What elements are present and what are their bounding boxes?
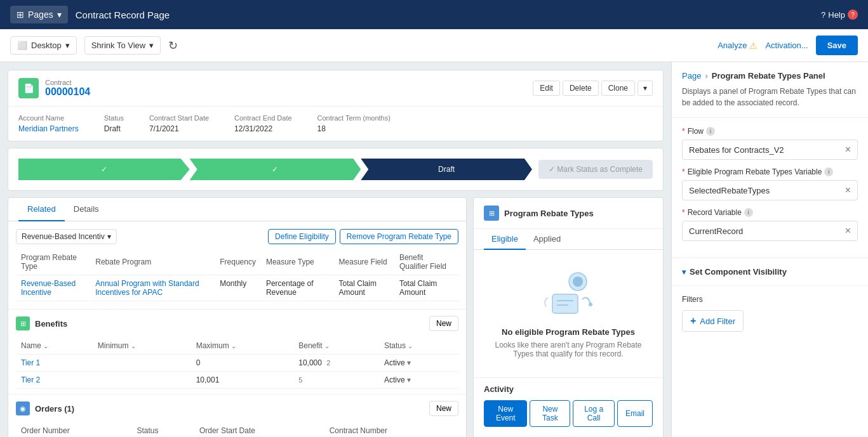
orders-icon: ◉ (16, 401, 30, 415)
email-button[interactable]: Email (617, 400, 653, 427)
col-benefit-qualifier: Benefit Qualifier Field (394, 249, 458, 275)
flow-label: * Flow i (682, 127, 858, 136)
set-visibility-toggle[interactable]: ▾ Set Component Visibility (672, 258, 868, 286)
row-program[interactable]: Annual Program with Standard Incentives … (90, 275, 215, 301)
record-var-input[interactable]: CurrentRecord × (682, 221, 858, 241)
eligible-var-label-text: Eligible Program Rebate Types Variable (688, 167, 822, 176)
tier2-min (93, 372, 191, 389)
progress-step-1[interactable]: ✓ (18, 159, 190, 180)
orders-col-number: Order Number (16, 422, 131, 437)
view-dropdown[interactable]: Shrink To View ▾ (84, 36, 161, 55)
analyze-button[interactable]: Analyze ⚠ (718, 41, 758, 51)
svg-point-1 (573, 277, 583, 287)
tab-related[interactable]: Related (18, 198, 65, 221)
benefits-row-2: Tier 2 10,001 5 Active ▾ (16, 372, 458, 389)
pages-button[interactable]: ⊞ Pages ▾ (10, 6, 68, 23)
term-label: Contract Term (months) (317, 114, 391, 122)
flow-clear-button[interactable]: × (845, 144, 851, 155)
start-date-value: 7/1/2021 (149, 124, 209, 133)
progress-step-3[interactable]: Draft (361, 159, 532, 180)
name-filter-icon[interactable]: ⌄ (43, 342, 48, 349)
activation-button[interactable]: Activation... (765, 41, 808, 50)
help-button[interactable]: ? Help ? (821, 10, 858, 20)
row-type[interactable]: Revenue-Based Incentive (16, 275, 90, 301)
prt-panel-header: ⊞ Program Rebate Types (474, 198, 663, 229)
rebate-type-dropdown[interactable]: Revenue-Based Incentiv ▾ (16, 229, 117, 244)
svg-point-5 (589, 303, 592, 306)
remove-rebate-button[interactable]: Remove Program Rebate Type (340, 229, 458, 244)
account-label: Account Name (18, 114, 79, 122)
flow-input[interactable]: Rebates for Contracts_V2 × (682, 140, 858, 160)
breadcrumb-page-link[interactable]: Page (682, 71, 701, 81)
max-filter-icon[interactable]: ⌄ (231, 342, 236, 349)
rebate-dropdown-label: Revenue-Based Incentiv (22, 232, 105, 241)
tier1-chevron-icon[interactable]: ▾ (407, 358, 411, 367)
tier2-benefit: 5 (293, 372, 379, 389)
add-filter-button[interactable]: + Add Filter (682, 310, 744, 332)
tab-details[interactable]: Details (65, 198, 108, 221)
more-button[interactable]: ▾ (638, 81, 653, 96)
progress-step-2[interactable]: ✓ (190, 159, 361, 180)
tier2-max: 10,001 (191, 372, 294, 389)
row-frequency: Monthly (215, 275, 261, 301)
step3-label: Draft (438, 165, 455, 174)
eligible-var-clear-button[interactable]: × (845, 185, 851, 196)
pages-label: Pages (28, 10, 53, 20)
status-field: Status Draft (104, 114, 124, 133)
contract-number[interactable]: 00000104 (45, 86, 90, 98)
benefits-icon: ⊞ (16, 316, 30, 330)
svg-rect-2 (552, 294, 578, 313)
log-call-button[interactable]: Log a Call (573, 400, 615, 427)
record-info-icon[interactable]: i (744, 208, 753, 217)
benefits-col-benefit: Benefit ⌄ (293, 337, 379, 355)
tier2-name[interactable]: Tier 2 (16, 372, 93, 389)
prt-tab-applied[interactable]: Applied (526, 229, 568, 250)
edit-button[interactable]: Edit (533, 81, 560, 96)
flow-info-icon[interactable]: i (706, 127, 715, 136)
benefit-filter-icon[interactable]: ⌄ (324, 342, 330, 349)
save-button[interactable]: Save (816, 36, 858, 55)
panel-tabs: Related Details (8, 198, 466, 221)
prt-tab-eligible[interactable]: Eligible (484, 229, 526, 250)
new-task-button[interactable]: New Task (530, 400, 570, 427)
eligible-var-input[interactable]: SelectedRebateTypes × (682, 180, 858, 200)
prt-title: Program Rebate Types (504, 209, 594, 218)
sidebar-header: Page › Program Rebate Types Panel Displa… (672, 62, 868, 118)
tier1-benefit-max: 10,000 2 (293, 355, 379, 372)
status-filter-icon[interactable]: ⌄ (408, 342, 413, 349)
account-value[interactable]: Meridian Partners (18, 124, 79, 133)
tier2-chevron-icon[interactable]: ▾ (407, 375, 411, 384)
eligible-info-icon[interactable]: i (824, 167, 833, 176)
filters-section: Filters + Add Filter (672, 286, 868, 341)
clone-button[interactable]: Clone (601, 81, 635, 96)
mark-status-button[interactable]: ✓ Mark Status as Complete (538, 160, 653, 179)
define-eligibility-button[interactable]: Define Eligibility (268, 229, 336, 244)
flow-required-star: * (682, 127, 685, 136)
step2-check-icon: ✓ (272, 165, 278, 174)
min-filter-icon[interactable]: ⌄ (131, 342, 136, 349)
col-measure-field: Measure Field (334, 249, 394, 275)
tier1-name[interactable]: Tier 1 (16, 355, 93, 372)
record-required-star: * (682, 208, 685, 217)
delete-button[interactable]: Delete (563, 81, 599, 96)
flow-label-text: Flow (688, 127, 704, 136)
record-var-value: CurrentRecord (689, 226, 845, 236)
desktop-dropdown[interactable]: ⬜ Desktop ▾ (10, 36, 77, 55)
empty-title: No eligible Program Rebate Types (502, 327, 635, 337)
col-type: Program Rebate Type (16, 249, 90, 275)
record-var-clear-button[interactable]: × (845, 225, 851, 237)
main-layout: 📄 Contract 00000104 Edit Delete Clone ▾ … (0, 62, 868, 437)
term-field: Contract Term (months) 18 (317, 114, 391, 133)
refresh-button[interactable]: ↻ (168, 39, 178, 53)
toolbar: ⬜ Desktop ▾ Shrink To View ▾ ↻ Analyze ⚠… (0, 29, 868, 62)
new-event-button[interactable]: New Event (484, 400, 527, 427)
orders-new-button[interactable]: New (429, 401, 458, 416)
account-field: Account Name Meridian Partners (18, 114, 79, 133)
top-navigation: ⊞ Pages ▾ Contract Record Page ? Help ? (0, 0, 868, 29)
benefits-col-min: Minimum ⌄ (93, 337, 191, 355)
benefits-col-status: Status ⌄ (379, 337, 458, 355)
benefits-new-button[interactable]: New (429, 316, 458, 331)
pages-icon: ⊞ (17, 10, 24, 20)
orders-table: Order Number Status Order Start Date Con… (16, 422, 458, 437)
activity-section: Activity New Event New Task Log a Call E… (474, 377, 663, 427)
